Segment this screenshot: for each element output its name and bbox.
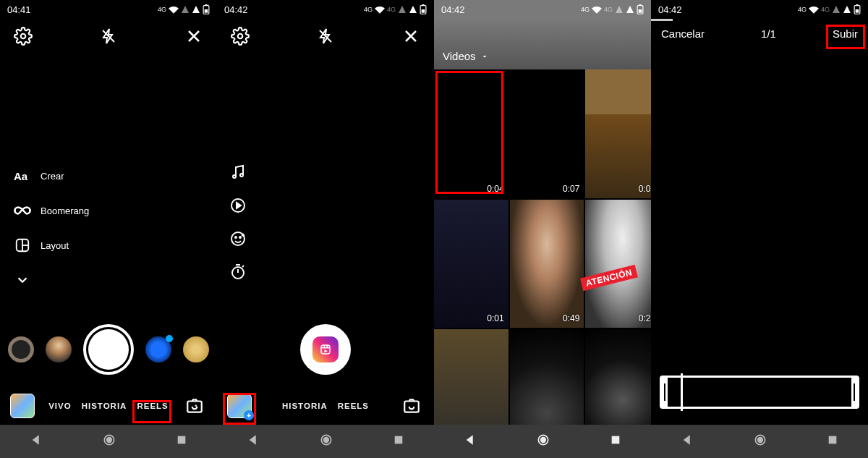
svg-rect-14 — [178, 436, 186, 444]
shutter-button[interactable] — [83, 324, 134, 375]
svg-rect-2 — [205, 4, 207, 6]
video-thumb[interactable]: 0:05 — [585, 69, 651, 198]
effect-thumb-2[interactable] — [183, 336, 209, 362]
nav-recent-icon[interactable] — [393, 434, 404, 449]
status-icons: 4G 4G — [581, 4, 644, 14]
close-icon[interactable] — [184, 26, 204, 46]
nav-recent-icon[interactable] — [827, 434, 838, 449]
clock: 04:42 — [658, 4, 682, 15]
timer-icon[interactable] — [229, 263, 247, 281]
svg-rect-11 — [187, 402, 202, 412]
effect-thumb[interactable] — [145, 336, 171, 362]
svg-rect-1 — [205, 9, 208, 13]
status-bar: 04:42 4G 4G — [651, 0, 868, 19]
chevron-down-icon — [13, 271, 32, 289]
nav-home-icon[interactable] — [102, 433, 116, 450]
svg-point-22 — [233, 175, 236, 178]
tool-create[interactable]: Aa Crear — [13, 166, 89, 185]
text-aa-icon: Aa — [13, 166, 32, 185]
clock: 04:41 — [7, 4, 31, 15]
trim-handle-right[interactable] — [851, 378, 857, 407]
tool-expand[interactable] — [13, 271, 89, 289]
status-bar: 04:42 4G 4G — [434, 0, 651, 19]
svg-rect-49 — [856, 9, 859, 13]
android-nav — [651, 425, 868, 458]
svg-point-18 — [238, 34, 243, 39]
svg-rect-50 — [856, 4, 858, 6]
settings-icon[interactable] — [13, 26, 33, 46]
tool-label: Crear — [41, 171, 64, 182]
tab-story[interactable]: HISTORIA — [82, 402, 127, 410]
infinity-icon — [13, 201, 32, 220]
playhead[interactable] — [681, 373, 683, 411]
clock: 04:42 — [224, 4, 248, 15]
svg-rect-17 — [422, 4, 424, 6]
effects-icon[interactable] — [229, 229, 247, 248]
nav-home-icon[interactable] — [536, 433, 550, 450]
status-icons: 4G — [158, 4, 210, 14]
status-bar: 04:41 4G — [0, 0, 217, 19]
gallery-thumb[interactable] — [10, 394, 35, 418]
video-thumb[interactable]: ATENCIÓN 0:25 — [585, 200, 651, 328]
panel-trim-upload: 04:42 4G 4G Cancelar 1/1 Subir — [651, 0, 868, 458]
status-icons: 4G 4G — [364, 4, 427, 14]
status-bar: 04:42 4G 4G — [217, 0, 434, 19]
video-thumb[interactable]: 0:49 — [510, 200, 584, 328]
svg-point-40 — [324, 438, 329, 443]
svg-point-52 — [758, 438, 763, 443]
svg-rect-33 — [321, 345, 330, 354]
folder-dropdown[interactable]: Videos — [443, 50, 489, 62]
video-thumb[interactable]: 0:01 — [434, 200, 509, 328]
clip-counter: 1/1 — [761, 27, 776, 40]
svg-point-28 — [239, 237, 241, 238]
tool-boomerang[interactable]: Boomerang — [13, 201, 89, 220]
svg-rect-43 — [639, 9, 642, 13]
trim-bar[interactable] — [660, 376, 859, 409]
close-icon[interactable] — [401, 26, 421, 46]
flash-off-icon[interactable] — [315, 26, 336, 46]
flash-off-icon[interactable] — [98, 26, 119, 46]
svg-point-3 — [21, 34, 26, 39]
reels-icon — [312, 336, 339, 362]
settings-icon[interactable] — [230, 26, 250, 46]
svg-marker-25 — [237, 203, 241, 208]
tab-story[interactable]: HISTORIA — [282, 402, 328, 410]
nav-home-icon[interactable] — [319, 433, 333, 450]
filter-thumb[interactable] — [8, 336, 34, 362]
video-thumb[interactable]: 0:07 — [510, 69, 584, 198]
nav-back-icon[interactable] — [30, 433, 43, 449]
nav-home-icon[interactable] — [753, 433, 767, 450]
nav-back-icon[interactable] — [464, 433, 477, 449]
cancel-button[interactable]: Cancelar — [661, 27, 705, 40]
nav-back-icon[interactable] — [681, 433, 694, 449]
svg-point-46 — [541, 438, 546, 443]
panel-gallery-picker: 04:42 4G 4G Videos 0:04 0:07 0:05 0:01 0… — [434, 0, 651, 458]
svg-rect-38 — [404, 402, 419, 412]
trim-handle-left[interactable] — [662, 378, 668, 407]
folder-label: Videos — [443, 50, 476, 62]
upload-progress — [651, 19, 673, 21]
android-nav — [434, 425, 651, 458]
nav-recent-icon[interactable] — [176, 434, 187, 449]
svg-point-23 — [240, 174, 243, 177]
highlight-thumb — [435, 71, 503, 194]
tool-layout[interactable]: Layout — [13, 236, 89, 255]
switch-camera-icon[interactable] — [182, 394, 207, 418]
filter-avatar[interactable] — [46, 336, 72, 362]
tool-label: Boomerang — [41, 205, 89, 216]
svg-rect-41 — [395, 436, 403, 444]
highlight-gallery — [223, 393, 256, 425]
switch-camera-icon[interactable] — [399, 394, 424, 418]
reels-shutter-button[interactable] — [300, 324, 351, 375]
music-icon[interactable] — [229, 163, 247, 182]
android-nav — [0, 425, 217, 458]
svg-point-13 — [107, 438, 112, 443]
nav-recent-icon[interactable] — [610, 434, 621, 449]
nav-back-icon[interactable] — [247, 433, 260, 449]
tab-live[interactable]: VIVO — [48, 402, 71, 410]
speed-icon[interactable] — [229, 196, 247, 215]
svg-rect-53 — [829, 436, 837, 444]
atencion-label: ATENCIÓN — [580, 265, 638, 291]
status-icons: 4G 4G — [798, 4, 861, 14]
tab-reels[interactable]: REELS — [338, 402, 369, 410]
